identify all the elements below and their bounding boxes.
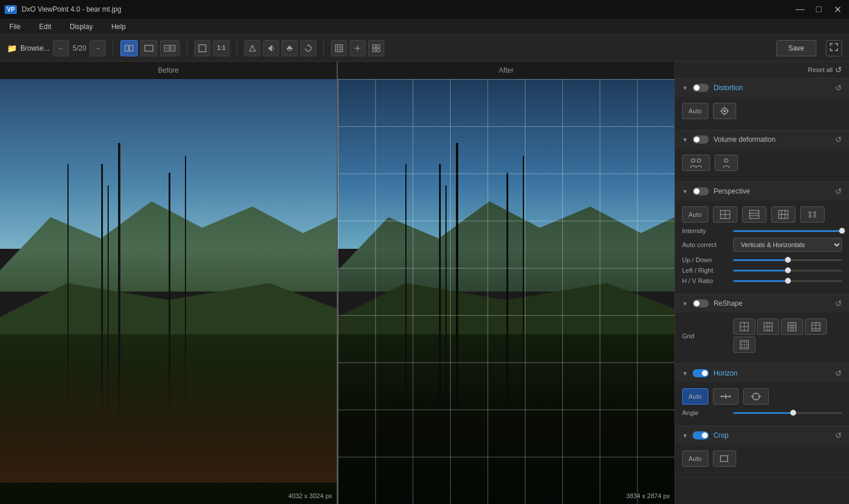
volume-deformation-header[interactable]: ▼ Volume deformation ↺ xyxy=(675,130,849,149)
left-right-label: Left / Right xyxy=(682,267,729,274)
flip-h-button[interactable] xyxy=(263,40,279,56)
crop-toggle[interactable] xyxy=(693,431,709,439)
horizon-auto-button[interactable]: Auto xyxy=(682,388,708,405)
split-view-button[interactable] xyxy=(120,40,138,56)
svg-marker-11 xyxy=(287,45,292,49)
flip-v-button[interactable] xyxy=(281,40,298,56)
perspective-reset-icon[interactable]: ↺ xyxy=(835,187,842,196)
expand-button[interactable] xyxy=(826,40,842,56)
intensity-label: Intensity xyxy=(682,227,729,234)
person-single-button[interactable] xyxy=(715,155,738,171)
browse-nav: 📁 Browse... ← 5/20 → xyxy=(7,40,106,56)
left-right-slider[interactable] xyxy=(733,270,842,271)
auto-correct-select[interactable]: Verticals & Horizontals Verticals only H… xyxy=(733,238,842,252)
guides-button[interactable] xyxy=(349,40,366,56)
reshape-grid-btn3[interactable] xyxy=(781,319,803,335)
reset-all-button[interactable]: Reset all ↺ xyxy=(808,65,842,74)
distortion-auto-button[interactable]: Auto xyxy=(682,103,708,119)
up-down-slider[interactable] xyxy=(733,259,842,261)
reshape-grid-btn4[interactable] xyxy=(805,319,827,335)
distortion-manual-button[interactable] xyxy=(713,103,736,119)
single-view-button[interactable] xyxy=(140,40,158,56)
flip-h-icon xyxy=(267,44,275,52)
save-button[interactable]: Save xyxy=(776,40,816,56)
grid-2x2-icon xyxy=(740,322,749,331)
horizon-header[interactable]: ▼ Horizon ↺ xyxy=(675,364,849,383)
menu-file[interactable]: File xyxy=(5,20,25,33)
intensity-slider[interactable] xyxy=(733,230,842,232)
hv-ratio-thumb[interactable] xyxy=(785,278,791,284)
angle-slider[interactable] xyxy=(733,412,842,414)
distortion-toggle[interactable] xyxy=(693,84,709,92)
reshape-grid-btn2[interactable] xyxy=(757,319,779,335)
left-right-thumb[interactable] xyxy=(785,267,791,273)
reshape-header[interactable]: ▼ ReShape ↺ xyxy=(675,294,849,313)
svg-point-71 xyxy=(741,346,743,348)
menu-edit[interactable]: Edit xyxy=(34,20,56,33)
crop-btn-row: Auto xyxy=(682,451,842,467)
crop-reset-icon[interactable]: ↺ xyxy=(835,431,842,440)
angle-label: Angle xyxy=(682,409,729,416)
person-single-icon xyxy=(721,158,732,168)
browse-label[interactable]: Browse... xyxy=(20,44,49,52)
svg-marker-12 xyxy=(287,49,292,51)
crop-aspect-button[interactable] xyxy=(713,451,736,467)
perspective-lines4-icon xyxy=(807,209,818,220)
reshape-reset-icon[interactable]: ↺ xyxy=(835,299,842,308)
nav-prev-button[interactable]: ← xyxy=(53,40,69,56)
menu-bar: File Edit Display Help xyxy=(0,19,849,35)
intensity-thumb[interactable] xyxy=(839,228,845,234)
auto-correct-row: Auto correct Verticals & Horizontals Ver… xyxy=(682,238,842,252)
up-down-thumb[interactable] xyxy=(785,257,791,263)
crop-header[interactable]: ▼ Crop ↺ xyxy=(675,426,849,445)
svg-point-66 xyxy=(744,342,745,343)
divider-4 xyxy=(323,40,324,56)
perspective-auto-button[interactable]: Auto xyxy=(682,206,708,223)
maximize-button[interactable]: □ xyxy=(812,2,826,16)
menu-help[interactable]: Help xyxy=(106,20,130,33)
grid-3x2-icon xyxy=(764,322,773,331)
horizon-section: ▼ Horizon ↺ Auto xyxy=(675,364,849,426)
reshape-grid-btn5[interactable] xyxy=(733,337,755,353)
fullscreen-button[interactable] xyxy=(194,40,211,56)
single-view-icon xyxy=(144,45,154,52)
volume-deformation-reset-icon[interactable]: ↺ xyxy=(835,135,842,144)
svg-point-68 xyxy=(741,344,743,345)
hv-ratio-slider[interactable] xyxy=(733,280,842,282)
horizon-toggle[interactable] xyxy=(693,369,709,377)
grid-button[interactable] xyxy=(331,40,347,56)
overlay-icon xyxy=(372,44,380,52)
person-group-button[interactable] xyxy=(682,155,710,171)
nav-next-button[interactable]: → xyxy=(90,40,106,56)
crop-auto-button[interactable]: Auto xyxy=(682,451,708,467)
zoom-100-button[interactable]: 1:1 xyxy=(213,40,229,56)
volume-deformation-toggle[interactable] xyxy=(693,135,709,144)
reshape-grid-btn1[interactable] xyxy=(733,319,755,335)
perspective-lines1-button[interactable] xyxy=(713,206,737,223)
close-button[interactable]: ✕ xyxy=(830,2,844,16)
horizon-level1-button[interactable] xyxy=(713,388,739,405)
svg-rect-21 xyxy=(373,45,376,48)
crop-aspect-icon xyxy=(719,454,730,463)
reshape-toggle[interactable] xyxy=(693,299,709,308)
perspective-toggle[interactable] xyxy=(693,187,709,195)
perspective-lines4-button[interactable] xyxy=(800,206,825,223)
before-panel: Before xyxy=(0,62,338,504)
horizon-level2-button[interactable] xyxy=(743,388,769,405)
svg-point-26 xyxy=(723,110,726,112)
distortion-reset-icon[interactable]: ↺ xyxy=(835,83,842,92)
angle-thumb[interactable] xyxy=(790,410,796,416)
horizon-reset-icon[interactable]: ↺ xyxy=(835,369,842,378)
compare-button[interactable] xyxy=(160,40,180,56)
horizon-tool[interactable] xyxy=(244,40,261,56)
perspective-header[interactable]: ▼ Perspective ↺ xyxy=(675,182,849,201)
tool-group: 1:1 xyxy=(194,40,229,56)
minimize-button[interactable]: — xyxy=(793,2,807,16)
menu-display[interactable]: Display xyxy=(65,20,97,33)
rotate-button[interactable] xyxy=(300,40,316,56)
distortion-header[interactable]: ▼ Distortion ↺ xyxy=(675,78,849,97)
overlay-button[interactable] xyxy=(368,40,384,56)
svg-marker-8 xyxy=(249,45,255,51)
perspective-lines3-button[interactable] xyxy=(771,206,796,223)
perspective-lines2-button[interactable] xyxy=(742,206,766,223)
